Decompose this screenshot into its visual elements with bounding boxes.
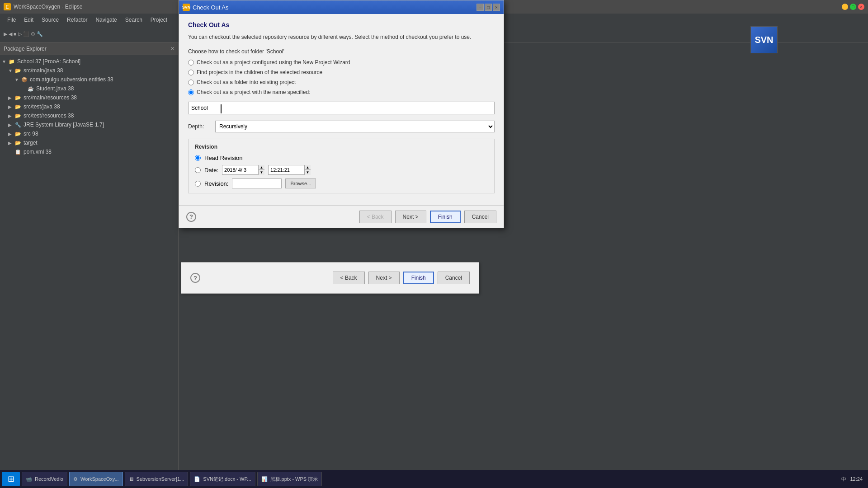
- radio-option-2[interactable]: Find projects in the children of the sel…: [188, 69, 495, 75]
- radio-label-3: Check out as a folder into existing proj…: [197, 79, 296, 85]
- tree-item-src-main-res[interactable]: ▶ 📂 src/main/resources 38: [0, 93, 178, 102]
- radio-input-2[interactable]: [188, 70, 194, 75]
- tree-item-entities[interactable]: ▼ 📦 com.atguigu.subversion.entities 38: [0, 75, 178, 84]
- folder-icon: 📂: [14, 67, 22, 74]
- menu-project[interactable]: Project: [147, 15, 171, 24]
- panel-close-icon[interactable]: ✕: [170, 46, 175, 52]
- revision-options: Head Revision Date: ▲ ▼: [195, 155, 488, 188]
- revision-row-head: Head Revision: [195, 155, 488, 161]
- minimize-button[interactable]: –: [842, 4, 848, 10]
- taskbar-subversion[interactable]: 🖥 SubversionServer[1...: [125, 472, 189, 486]
- date-spin-up[interactable]: ▲: [258, 165, 264, 170]
- app-label-ppt: 黑板.pptx - WPS 演示: [270, 476, 318, 483]
- browse-button[interactable]: Browse...: [285, 178, 316, 188]
- finish-button[interactable]: Finish: [430, 211, 461, 223]
- radio-option-1[interactable]: Check out as a project configured using …: [188, 59, 495, 66]
- tree-item-student-java[interactable]: ▶ ☕ Student.java 38: [0, 84, 178, 93]
- taskbar: ⊞ 📹 RecordVedio ⚙ WorkSpaceOxy... 🖥 Subv…: [0, 470, 868, 488]
- tree-label-entities: com.atguigu.subversion.entities 38: [30, 76, 113, 83]
- menu-edit[interactable]: Edit: [20, 15, 37, 24]
- menu-file[interactable]: File: [4, 15, 19, 24]
- radio-option-3[interactable]: Check out as a folder into existing proj…: [188, 79, 495, 85]
- maximize-button[interactable]: □: [850, 4, 856, 10]
- bg-help-button[interactable]: ?: [190, 273, 200, 283]
- dialog-maximize-button[interactable]: □: [485, 4, 492, 11]
- tree-item-src-test-res[interactable]: ▶ 📂 src/test/resources 38: [0, 111, 178, 120]
- cancel-button[interactable]: Cancel: [464, 211, 496, 223]
- taskbar-pptx[interactable]: 📊 黑板.pptx - WPS 演示: [257, 472, 322, 486]
- tree-item-src-main-java[interactable]: ▼ 📂 src/main/java 38: [0, 66, 178, 75]
- tree-label-student: Student.java 38: [36, 85, 74, 92]
- revision-group: Revision Head Revision Date: ▲ ▼: [188, 139, 495, 193]
- start-button[interactable]: ⊞: [2, 472, 20, 486]
- radio-label-2: Find projects in the children of the sel…: [197, 69, 322, 75]
- radio-input-4[interactable]: [188, 89, 194, 95]
- close-button[interactable]: ×: [858, 4, 864, 10]
- bg-finish-button[interactable]: Finish: [403, 272, 434, 284]
- tree-item-src-test-java[interactable]: ▶ 📂 src/test/java 38: [0, 102, 178, 111]
- app-label-svn: SubversionServer[1...: [137, 476, 184, 482]
- date-spin-down[interactable]: ▼: [258, 170, 264, 175]
- app-label-notes: SVN笔记.docx - WP...: [203, 476, 251, 483]
- menu-search[interactable]: Search: [122, 15, 146, 24]
- back-button[interactable]: < Back: [359, 211, 392, 223]
- checkout-dialog: SVN Check Out As – □ × Check Out As You …: [179, 0, 504, 228]
- package-explorer-title: Package Explorer: [4, 46, 170, 52]
- time-input[interactable]: [268, 165, 304, 175]
- help-button[interactable]: ?: [186, 212, 196, 222]
- time-spin-down[interactable]: ▼: [304, 170, 311, 175]
- taskbar-svnnotes[interactable]: 📄 SVN笔记.docx - WP...: [190, 472, 255, 486]
- time-spinners: ▲ ▼: [304, 165, 311, 175]
- tree-item-pom[interactable]: ▶ 📋 pom.xml 38: [0, 147, 178, 156]
- eclipse-icon: E: [4, 3, 11, 10]
- date-spin-group: ▲ ▼: [222, 165, 264, 175]
- radio-input-3[interactable]: [188, 80, 194, 85]
- menu-navigate[interactable]: Navigate: [92, 15, 120, 24]
- dialog-minimize-button[interactable]: –: [476, 4, 484, 11]
- dialog-close-button[interactable]: ×: [493, 4, 500, 11]
- project-name-input[interactable]: [188, 102, 495, 114]
- toolbar-placeholder: ▶ ◀ ■ ▷ ⬛ ⚙ 🔧: [2, 31, 45, 37]
- revision-label-num[interactable]: Revision:: [204, 180, 228, 187]
- tree-item-src[interactable]: ▶ 📂 src 98: [0, 129, 178, 138]
- dialog-footer: ? < Back Next > Finish Cancel: [179, 205, 504, 228]
- taskbar-recordvedio[interactable]: 📹 RecordVedio: [22, 472, 67, 486]
- menu-refactor[interactable]: Refactor: [63, 15, 91, 24]
- menu-source[interactable]: Source: [38, 15, 62, 24]
- tree-label-src-main-res: src/main/resources 38: [24, 94, 77, 101]
- jre-icon: 🔧: [14, 121, 22, 128]
- svn-badge: SVN: [750, 26, 778, 53]
- xml-icon: 📋: [14, 148, 22, 155]
- tree-label-src: src 98: [24, 131, 38, 137]
- dialog-titlebar: SVN Check Out As – □ ×: [179, 0, 504, 14]
- revision-radio-date[interactable]: [195, 167, 201, 173]
- revision-radio-num[interactable]: [195, 181, 201, 187]
- revision-label-head[interactable]: Head Revision: [204, 155, 243, 161]
- dialog-body: Check Out As You can checkout the select…: [179, 14, 504, 205]
- tree-item-target[interactable]: ▶ 📂 target: [0, 138, 178, 147]
- tree-item-school[interactable]: ▼ 📁 School 37 [ProoA: School]: [0, 57, 178, 66]
- revision-radio-head[interactable]: [195, 155, 201, 161]
- bg-cancel-button[interactable]: Cancel: [438, 272, 470, 284]
- folder-icon-5: 📂: [14, 130, 22, 137]
- next-button[interactable]: Next >: [395, 211, 426, 223]
- ime-indicator: 中: [841, 476, 846, 483]
- tree-item-jre[interactable]: ▶ 🔧 JRE System Library [JavaSE-1.7]: [0, 120, 178, 129]
- bg-back-button[interactable]: < Back: [333, 272, 365, 284]
- folder-icon-4: 📂: [14, 112, 22, 119]
- date-spinners: ▲ ▼: [258, 165, 264, 175]
- bg-next-button[interactable]: Next >: [368, 272, 400, 284]
- radio-label-1: Check out as a project configured using …: [197, 59, 350, 66]
- dialog-main-heading: Check Out As: [188, 21, 495, 28]
- radio-option-4[interactable]: Check out as a project with the name spe…: [188, 89, 495, 95]
- time-spin-up[interactable]: ▲: [304, 165, 311, 170]
- depth-select[interactable]: Recursively Immediate children Only this…: [215, 121, 495, 132]
- dialog-window-controls: – □ ×: [476, 4, 500, 11]
- revision-number-input[interactable]: [232, 178, 282, 188]
- time-spin-group: ▲ ▼: [268, 165, 311, 175]
- revision-label-date[interactable]: Date:: [204, 167, 218, 174]
- date-input[interactable]: [222, 165, 258, 175]
- tree-label-jre: JRE System Library [JavaSE-1.7]: [24, 122, 104, 128]
- radio-input-1[interactable]: [188, 60, 194, 66]
- taskbar-eclipse[interactable]: ⚙ WorkSpaceOxy...: [69, 472, 123, 486]
